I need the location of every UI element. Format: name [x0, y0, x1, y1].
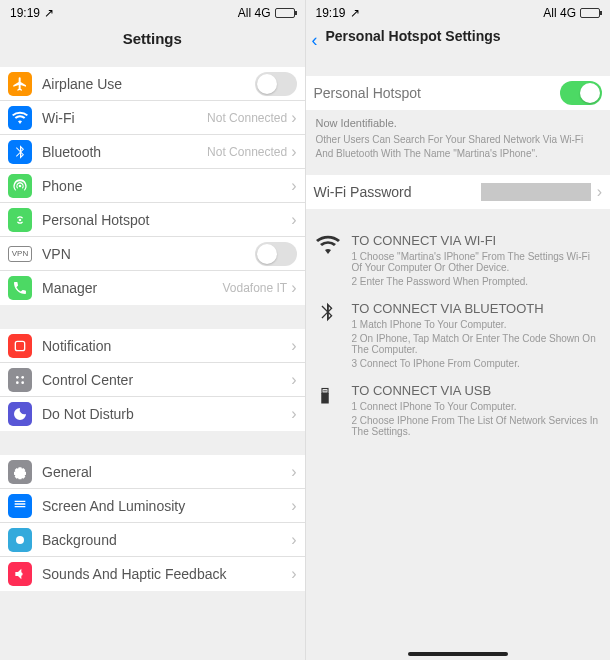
home-indicator[interactable] [306, 644, 611, 660]
chevron-icon: › [291, 531, 296, 549]
label: Wi-Fi Password [314, 184, 481, 200]
bluetooth-icon [8, 140, 32, 164]
chevron-icon: › [291, 497, 296, 515]
usb-instructions: TO CONNECT VIA USB 1 Connect IPhone To Y… [306, 373, 611, 441]
settings-group-2: Notification › Control Center › Do Not D… [0, 329, 305, 431]
dnd-icon [8, 402, 32, 426]
step: 3 Connect To IPhone From Computer. [352, 358, 601, 369]
row-background[interactable]: Background › [0, 523, 305, 557]
chevron-icon: › [291, 211, 296, 229]
row-manager[interactable]: Manager Vodafone IT › [0, 271, 305, 305]
chevron-icon: › [291, 371, 296, 389]
label: General [42, 464, 291, 480]
settings-group-3: General › Screen And Luminosity › Backgr… [0, 455, 305, 591]
back-icon[interactable]: ‹ [312, 30, 318, 51]
time: 19:19 [316, 6, 346, 20]
svg-rect-7 [323, 390, 324, 392]
hotspot-toggle[interactable] [560, 81, 602, 105]
chevron-icon: › [597, 183, 602, 201]
label: Phone [42, 178, 291, 194]
airplane-icon [8, 72, 32, 96]
svg-rect-6 [322, 389, 328, 394]
label: Control Center [42, 372, 291, 388]
wifi-instructions: TO CONNECT VIA WI-FI 1 Choose "Martina's… [306, 223, 611, 291]
row-hotspot[interactable]: Personal Hotspot › [0, 203, 305, 237]
airplane-toggle[interactable] [255, 72, 297, 96]
label: Sounds And Haptic Feedback [42, 566, 291, 582]
svg-point-3 [16, 381, 19, 384]
title: TO CONNECT VIA WI-FI [352, 233, 601, 248]
location-icon: ↗ [44, 6, 54, 20]
antenna-icon [8, 174, 32, 198]
control-icon [8, 368, 32, 392]
network: All 4G [238, 6, 271, 20]
row-sounds[interactable]: Sounds And Haptic Feedback › [0, 557, 305, 591]
chevron-icon: › [291, 109, 296, 127]
step: 1 Connect IPhone To Your Computer. [352, 401, 601, 412]
row-dnd[interactable]: Do Not Disturb › [0, 397, 305, 431]
chevron-icon: › [291, 177, 296, 195]
chevron-icon: › [291, 279, 296, 297]
label: Wi-Fi [42, 110, 207, 126]
label: Bluetooth [42, 144, 207, 160]
chevron-icon: › [291, 565, 296, 583]
password-value [481, 183, 591, 201]
label: Manager [42, 280, 222, 296]
chevron-icon: › [291, 463, 296, 481]
info-body: Other Users Can Search For Your Shared N… [316, 133, 601, 161]
bluetooth-instructions: TO CONNECT VIA BLUETOOTH 1 Match IPhone … [306, 291, 611, 373]
hotspot-pane: 19:19 ↗ All 4G ‹ Personal Hotspot Settin… [305, 0, 611, 660]
time: 19:19 [10, 6, 40, 20]
row-airplane[interactable]: Airplane Use [0, 67, 305, 101]
row-phone[interactable]: Phone › [0, 169, 305, 203]
row-wifi[interactable]: Wi-Fi Not Connected › [0, 101, 305, 135]
status-bar: 19:19 ↗ All 4G [306, 0, 611, 22]
step: 2 Choose IPhone From The List Of Network… [352, 415, 601, 437]
page-title: Personal Hotspot Settings [320, 22, 507, 58]
svg-rect-9 [321, 393, 329, 404]
settings-pane: 19:19 ↗ All 4G Settings Airplane Use Wi-… [0, 0, 305, 660]
row-wifi-password[interactable]: Wi-Fi Password › [306, 175, 611, 209]
notification-icon [8, 334, 32, 358]
value: Not Connected [207, 111, 287, 125]
row-vpn[interactable]: VPN VPN [0, 237, 305, 271]
usb-icon [316, 383, 340, 437]
svg-point-1 [16, 376, 19, 379]
step: 2 Enter The Password When Prompted. [352, 276, 601, 287]
chevron-icon: › [291, 405, 296, 423]
wifi-icon [316, 233, 340, 287]
sounds-icon [8, 562, 32, 586]
label: Airplane Use [42, 76, 255, 92]
svg-point-4 [21, 381, 24, 384]
row-screen[interactable]: Screen And Luminosity › [0, 489, 305, 523]
background-icon [8, 528, 32, 552]
row-notification[interactable]: Notification › [0, 329, 305, 363]
settings-group-1: Airplane Use Wi-Fi Not Connected › Bluet… [0, 67, 305, 305]
row-bluetooth[interactable]: Bluetooth Not Connected › [0, 135, 305, 169]
label: Personal Hotspot [42, 212, 291, 228]
chevron-icon: › [291, 337, 296, 355]
value: Vodafone IT [222, 281, 287, 295]
hotspot-icon [8, 208, 32, 232]
chevron-icon: › [291, 143, 296, 161]
row-general[interactable]: General › [0, 455, 305, 489]
hotspot-info: Now Identifiable. Other Users Can Search… [306, 110, 611, 175]
phone-icon [8, 276, 32, 300]
page-title: Settings [0, 22, 305, 61]
info-title: Now Identifiable. [316, 116, 601, 131]
title: TO CONNECT VIA USB [352, 383, 601, 398]
step: 1 Choose "Martina's IPhone" From The Set… [352, 251, 601, 273]
row-control-center[interactable]: Control Center › [0, 363, 305, 397]
step: 2 On IPhone, Tap Match Or Enter The Code… [352, 333, 601, 355]
label: VPN [42, 246, 255, 262]
label: Personal Hotspot [314, 85, 561, 101]
svg-rect-8 [325, 390, 326, 392]
svg-point-2 [21, 376, 24, 379]
location-icon: ↗ [350, 6, 360, 20]
label: Background [42, 532, 291, 548]
row-personal-hotspot[interactable]: Personal Hotspot [306, 76, 611, 110]
vpn-toggle[interactable] [255, 242, 297, 266]
label: Screen And Luminosity [42, 498, 291, 514]
status-bar: 19:19 ↗ All 4G [0, 0, 305, 22]
wifi-password-section: Wi-Fi Password › [306, 175, 611, 209]
